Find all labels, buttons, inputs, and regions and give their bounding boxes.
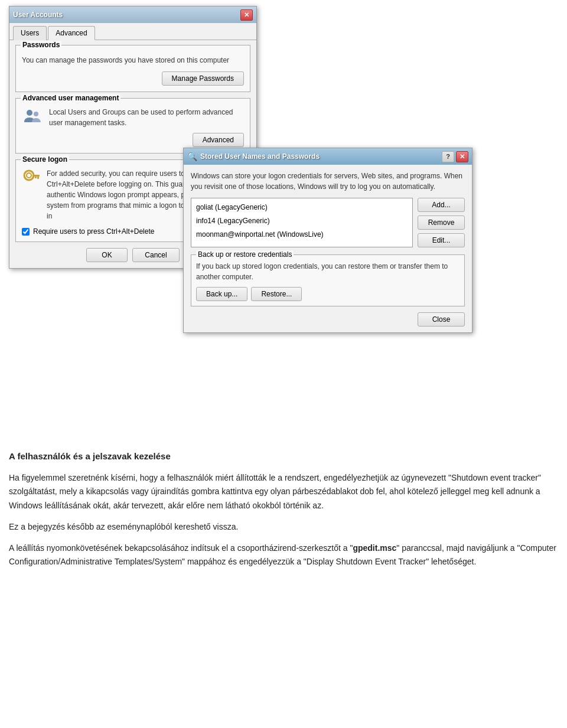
ctrl-alt-delete-label[interactable]: Require users to press Ctrl+Alt+Delete xyxy=(33,227,154,236)
advanced-button[interactable]: Advanced xyxy=(193,133,244,147)
stored-close-button[interactable]: ✕ xyxy=(456,151,468,162)
passwords-section: You can manage the passwords you have st… xyxy=(22,50,244,86)
passwords-text: You can manage the passwords you have st… xyxy=(22,56,244,64)
backup-text: If you back up stored logon credentials,… xyxy=(196,261,460,282)
user-accounts-title: User Accounts xyxy=(13,11,240,19)
stored-bottom-btns: Back up... Restore... xyxy=(196,287,460,301)
cancel-button[interactable]: Cancel xyxy=(132,248,180,262)
svg-point-2 xyxy=(24,171,34,180)
ok-button[interactable]: OK xyxy=(86,248,128,262)
stored-passwords-titlebar: 🔍 Stored User Names and Passwords ? ✕ xyxy=(184,148,472,165)
svg-point-0 xyxy=(27,110,32,116)
stored-intro-text: Windows can store your logon credentials… xyxy=(191,171,465,192)
article-heading: A felhasználók és a jelszavak kezelése xyxy=(9,449,558,464)
stored-close-btn[interactable]: Close xyxy=(418,312,465,327)
search-small-icon: 🔍 xyxy=(187,152,197,161)
adv-user-mgmt-row: Local Users and Groups can be used to pe… xyxy=(22,103,244,147)
remove-button[interactable]: Remove xyxy=(418,216,465,230)
secure-logon-title: Secure logon xyxy=(21,155,69,164)
credential-item-1[interactable]: info14 (LegacyGeneric) xyxy=(194,214,410,228)
svg-rect-5 xyxy=(37,177,39,179)
advanced-btn-row: Advanced xyxy=(49,133,244,147)
restore-button[interactable]: Restore... xyxy=(251,287,302,301)
stored-passwords-dialog: 🔍 Stored User Names and Passwords ? ✕ Wi… xyxy=(183,148,472,333)
backup-group: Back up or restore credentials If you ba… xyxy=(191,254,465,306)
manage-passwords-button[interactable]: Manage Passwords xyxy=(162,71,244,86)
article-para-1: Ez a bejegyzés később az eseménynaplóból… xyxy=(9,520,558,534)
passwords-group: Passwords You can manage the passwords y… xyxy=(15,45,250,92)
credential-item-0[interactable]: goliat (LegacyGeneric) xyxy=(194,201,410,214)
stored-main-area: goliat (LegacyGeneric) info14 (LegacyGen… xyxy=(191,198,465,247)
svg-rect-4 xyxy=(32,175,40,177)
user-accounts-titlebar: User Accounts ✕ xyxy=(9,6,256,23)
users-icon xyxy=(22,107,43,128)
credential-item-2[interactable]: moonman@winportal.net (WindowsLive) xyxy=(194,228,410,241)
stored-close-row: Close xyxy=(191,312,465,332)
credentials-list[interactable]: goliat (LegacyGeneric) info14 (LegacyGen… xyxy=(191,198,413,247)
user-accounts-tabs: Users Advanced xyxy=(9,23,256,40)
stored-side-buttons: Add... Remove Edit... xyxy=(418,198,465,247)
tab-users[interactable]: Users xyxy=(13,26,47,40)
stored-help-button[interactable]: ? xyxy=(442,151,454,162)
backup-group-title: Back up or restore credentials xyxy=(196,250,294,259)
gpedit-bold: gpedit.msc xyxy=(353,543,396,553)
stored-passwords-title: Stored User Names and Passwords xyxy=(200,152,442,161)
advanced-user-mgmt-title: Advanced user management xyxy=(21,94,120,102)
advanced-user-mgmt-group: Advanced user management Local Users and… xyxy=(15,98,250,154)
svg-point-1 xyxy=(34,112,38,116)
user-accounts-close-button[interactable]: ✕ xyxy=(240,9,253,21)
article-section: A felhasználók és a jelszavak kezelése H… xyxy=(9,449,558,576)
passwords-group-title: Passwords xyxy=(21,41,61,49)
tab-advanced[interactable]: Advanced xyxy=(48,26,94,40)
svg-point-3 xyxy=(27,173,31,178)
article-para-2: A leállítás nyomonkövetésének bekapcsolá… xyxy=(9,541,558,570)
stored-passwords-content: Windows can store your logon credentials… xyxy=(184,165,472,332)
backup-button[interactable]: Back up... xyxy=(196,287,247,301)
edit-button[interactable]: Edit... xyxy=(418,233,465,247)
ctrl-alt-delete-checkbox[interactable] xyxy=(22,228,30,236)
svg-rect-6 xyxy=(35,177,37,178)
article-para-0: Ha figyelemmel szeretnénk kísérni, hogy … xyxy=(9,471,558,513)
add-button[interactable]: Add... xyxy=(418,198,465,212)
key-icon xyxy=(22,168,41,187)
adv-user-text: Local Users and Groups can be used to pe… xyxy=(49,107,244,128)
manage-btn-row: Manage Passwords xyxy=(22,71,244,86)
